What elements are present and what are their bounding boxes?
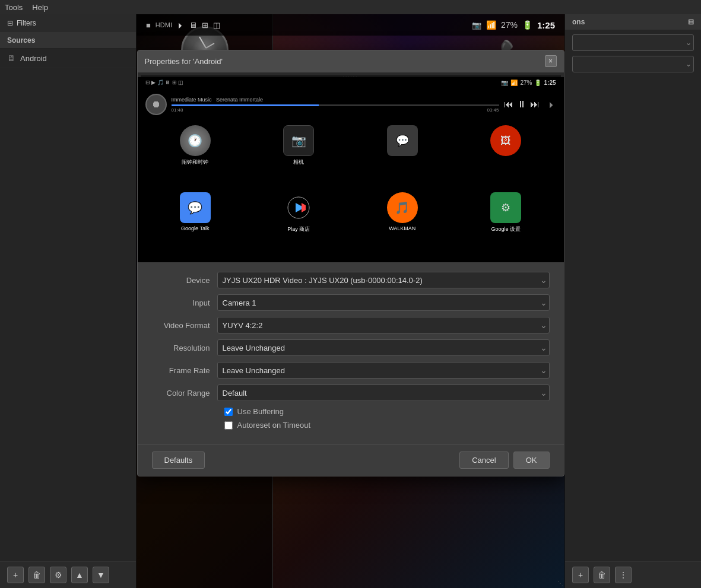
cancel-button[interactable]: Cancel [459, 452, 508, 469]
defaults-button[interactable]: Defaults [152, 452, 205, 469]
delete-transition-button[interactable]: 🗑 [594, 567, 610, 583]
autoreset-row: Autoreset on Timeout [224, 421, 550, 430]
dialog-form: Device JYJS UX20 HDR Video : JYJS UX20 (… [138, 262, 564, 444]
resolution-select[interactable]: Leave Unchanged [217, 339, 550, 356]
device-row: Device JYJS UX20 HDR Video : JYJS UX20 (… [152, 272, 550, 288]
phone-statusbar-right: 📷 📶 27% 🔋 1:25 [501, 80, 556, 86]
preview-area: ■ HDMI ⏵ 🖥 ⊞ ◫ 📷 📶 27% 🔋 1:25 闹钟和时钟 [137, 14, 564, 588]
phone-settings-icon[interactable]: ⚙ [490, 192, 521, 223]
phone-music-title: Immediate Music Serenata Immortale [172, 97, 499, 103]
frame-rate-select[interactable]: Leave Unchanged [217, 362, 550, 379]
frame-rate-label: Frame Rate [152, 366, 217, 375]
phone-clock-label: 闹钟和时钟 [182, 158, 208, 166]
phone-play-label: Play 商店 [287, 225, 310, 233]
color-range-select[interactable]: Default [217, 384, 550, 401]
sidebar: ⊟ Filters Sources 🖥 Android + 🗑 ⚙ ▲ ▼ [0, 14, 137, 588]
dialog-close-button[interactable]: × [545, 55, 557, 67]
menubar: Tools Help [0, 0, 701, 14]
filters-label: Filters [17, 19, 36, 27]
source-item-android[interactable]: 🖥 Android [0, 49, 136, 68]
more-options-button[interactable]: ⋮ [615, 567, 632, 583]
dialog-right-buttons: Cancel OK [459, 452, 549, 469]
video-format-row: Video Format YUYV 4:2:2 ⌄ [152, 317, 550, 333]
use-buffering-checkbox[interactable] [224, 408, 233, 416]
add-source-button[interactable]: + [7, 567, 24, 583]
right-panel-content: ⌄ ⌄ [565, 30, 701, 561]
color-range-label: Color Range [152, 389, 217, 398]
phone-walkman-icon[interactable]: 🎵 [387, 192, 418, 223]
phone-red-icon[interactable]: 🖼 [490, 125, 521, 156]
device-select-wrapper: JYJS UX20 HDR Video : JYJS UX20 (usb-000… [217, 272, 550, 288]
phone-camera-icon[interactable]: 📷 [283, 125, 314, 156]
phone-app-clock: 🕐 闹钟和时钟 [147, 125, 245, 186]
right-select-1-wrapper: ⌄ [572, 34, 694, 51]
delete-source-button[interactable]: 🗑 [28, 567, 45, 583]
phone-app-settings: ⚙ Google 设置 [457, 192, 555, 253]
frame-rate-select-wrapper: Leave Unchanged ⌄ [217, 362, 550, 379]
ok-button[interactable]: OK [513, 452, 550, 469]
dialog-title: Properties for 'Android' [145, 57, 223, 66]
settings-source-button[interactable]: ⚙ [50, 567, 66, 583]
menu-tools[interactable]: Tools [5, 3, 23, 12]
phone-app-play: Play 商店 [250, 192, 348, 253]
svg-marker-2 [302, 203, 306, 212]
right-select-2-wrapper: ⌄ [572, 56, 694, 72]
dialog-buttons: Defaults Cancel OK [138, 444, 564, 476]
phone-app-empty1: 🖼 [457, 125, 555, 186]
filter-icon: ⊟ [7, 19, 13, 27]
phone-chat-right: 💬 [354, 125, 452, 186]
input-row: Input Camera 1 ⌄ [152, 294, 550, 311]
phone-music-controls: ⏮ ⏸ ⏭ [504, 99, 540, 110]
right-panel-header: ons ⊟ [565, 14, 701, 30]
phone-walkman-label: WALKMAN [389, 225, 415, 231]
phone-camera-label: 相机 [293, 158, 304, 166]
move-up-button[interactable]: ▲ [71, 567, 88, 583]
phone-musicbar: ⏺ Immediate Music Serenata Immortale [141, 90, 561, 119]
phone-time-total: 03:45 [487, 107, 499, 113]
resolution-select-wrapper: Leave Unchanged ⌄ [217, 339, 550, 356]
phone-battery: 27% [520, 80, 532, 86]
sources-panel: Sources 🖥 Android [0, 33, 136, 561]
phone-next-button[interactable]: ⏭ [530, 99, 540, 110]
phone-preview: ⊟ ▶ 🎵 🖥 ⊞ ◫ 📷 📶 27% 🔋 1:25 ⏺ [138, 72, 564, 262]
phone-clock-icon[interactable]: 🕐 [180, 125, 211, 156]
right-side-panel: ons ⊟ ⌄ ⌄ + 🗑 ⋮ [564, 14, 701, 588]
add-transition-button[interactable]: + [572, 567, 589, 583]
phone-statusbar: ⊟ ▶ 🎵 🖥 ⊞ ◫ 📷 📶 27% 🔋 1:25 [141, 75, 561, 90]
right-select-2[interactable] [572, 56, 694, 72]
sidebar-controls: + 🗑 ⚙ ▲ ▼ [0, 561, 136, 588]
input-select-wrapper: Camera 1 ⌄ [217, 294, 550, 311]
phone-talk-icon[interactable]: 💬 [180, 192, 211, 223]
use-buffering-label[interactable]: Use Buffering [237, 407, 284, 416]
menu-help[interactable]: Help [32, 3, 48, 12]
phone-prev-button[interactable]: ⏮ [504, 99, 513, 110]
phone-app-walkman: 🎵 WALKMAN [354, 192, 452, 253]
dialog-titlebar: Properties for 'Android' × [138, 50, 564, 72]
right-panel-collapse[interactable]: ⊟ [688, 18, 694, 26]
input-label: Input [152, 298, 217, 307]
phone-play-icon[interactable] [283, 192, 314, 223]
resolution-label: Resolution [152, 344, 217, 352]
device-select[interactable]: JYJS UX20 HDR Video : JYJS UX20 (usb-000… [217, 272, 550, 288]
phone-pause-button[interactable]: ⏸ [517, 99, 526, 110]
phone-time: 1:25 [544, 80, 556, 86]
video-format-label: Video Format [152, 321, 217, 330]
input-select[interactable]: Camera 1 [217, 294, 550, 311]
filters-row[interactable]: ⊟ Filters [0, 14, 136, 33]
video-format-select[interactable]: YUYV 4:2:2 [217, 317, 550, 333]
autoreset-checkbox[interactable] [224, 421, 233, 430]
video-format-select-wrapper: YUYV 4:2:2 ⌄ [217, 317, 550, 333]
phone-talk-label: Google Talk [181, 225, 209, 231]
phone-settings-label: Google 设置 [491, 225, 521, 233]
sources-header: Sources [0, 33, 136, 49]
device-label: Device [152, 276, 217, 285]
right-select-1[interactable] [572, 34, 694, 51]
phone-progress-bar[interactable] [172, 104, 499, 106]
phone-chat-icon-right[interactable]: 💬 [387, 125, 418, 156]
properties-dialog: Properties for 'Android' × ⊟ ▶ 🎵 🖥 ⊞ ◫ 📷… [137, 50, 564, 476]
dialog-overlay: Properties for 'Android' × ⊟ ▶ 🎵 🖥 ⊞ ◫ 📷… [137, 14, 564, 588]
autoreset-label[interactable]: Autoreset on Timeout [237, 421, 311, 430]
phone-album-art: ⏺ [145, 94, 167, 115]
phone-app-camera: 📷 相机 [250, 125, 348, 186]
move-down-button[interactable]: ▼ [93, 567, 109, 583]
